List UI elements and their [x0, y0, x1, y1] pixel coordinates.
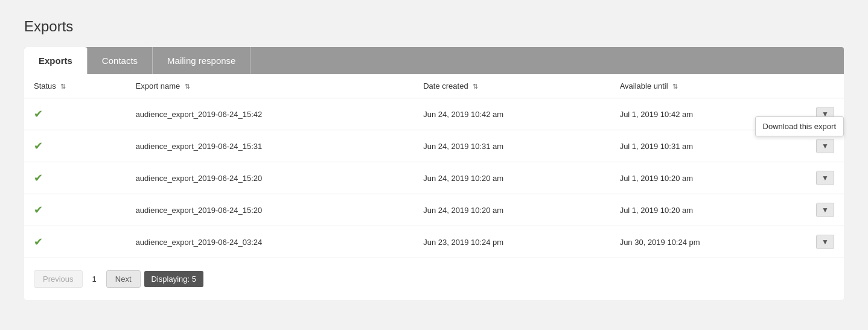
table-row: ✔audience_export_2019-06-24_15:42Jun 24,…	[24, 98, 844, 130]
exports-table: Status ⇅ Export name ⇅ Date created ⇅	[24, 74, 844, 258]
sort-export-name-icon: ⇅	[185, 83, 190, 90]
available-until-cell: Jun 30, 2019 10:24 pm	[610, 226, 806, 258]
action-cell: ▼Download this export	[806, 98, 844, 130]
export-name-cell: audience_export_2019-06-24_15:42	[126, 98, 414, 130]
status-cell: ✔	[24, 162, 126, 194]
col-status[interactable]: Status ⇅	[24, 74, 126, 98]
action-cell: ▼	[806, 194, 844, 226]
check-icon: ✔	[34, 171, 43, 185]
download-tooltip: Download this export	[755, 116, 844, 136]
sort-status-icon: ⇅	[60, 83, 66, 90]
check-icon: ✔	[34, 235, 43, 249]
download-dropdown-button[interactable]: ▼	[816, 235, 834, 249]
status-cell: ✔	[24, 226, 126, 258]
sort-date-created-icon: ⇅	[473, 83, 478, 90]
tab-mailing-response[interactable]: Mailing response	[153, 47, 251, 74]
date-created-cell: Jun 24, 2019 10:20 am	[413, 162, 610, 194]
tab-contacts[interactable]: Contacts	[88, 47, 153, 74]
page-number: 1	[86, 271, 103, 287]
main-card: Exports Contacts Mailing response Status…	[24, 47, 844, 300]
table-row: ✔audience_export_2019-06-24_15:20Jun 24,…	[24, 162, 844, 194]
col-actions	[806, 74, 844, 98]
sort-available-until-icon: ⇅	[672, 83, 678, 90]
export-name-cell: audience_export_2019-06-24_15:31	[126, 130, 414, 162]
status-cell: ✔	[24, 130, 126, 162]
export-name-cell: audience_export_2019-06-24_03:24	[126, 226, 414, 258]
page-wrapper: Exports Exports Contacts Mailing respons…	[0, 0, 868, 318]
col-available-until[interactable]: Available until ⇅	[610, 74, 806, 98]
displaying-info: Displaying: 5	[144, 271, 203, 287]
download-dropdown-button[interactable]: ▼	[816, 171, 834, 185]
table-row: ✔audience_export_2019-06-24_03:24Jun 23,…	[24, 226, 844, 258]
pagination: Previous 1 Next Displaying: 5	[24, 258, 844, 300]
check-icon: ✔	[34, 139, 43, 153]
date-created-cell: Jun 23, 2019 10:24 pm	[413, 226, 610, 258]
download-dropdown-button[interactable]: ▼	[816, 139, 834, 153]
page-title: Exports	[24, 18, 844, 35]
date-created-cell: Jun 24, 2019 10:42 am	[413, 98, 610, 130]
check-icon: ✔	[34, 107, 43, 121]
status-cell: ✔	[24, 194, 126, 226]
status-cell: ✔	[24, 98, 126, 130]
previous-button[interactable]: Previous	[34, 270, 83, 288]
action-cell: ▼	[806, 226, 844, 258]
export-name-cell: audience_export_2019-06-24_15:20	[126, 162, 414, 194]
tab-exports[interactable]: Exports	[24, 47, 88, 74]
table-container: Status ⇅ Export name ⇅ Date created ⇅	[24, 74, 844, 258]
col-date-created[interactable]: Date created ⇅	[413, 74, 610, 98]
next-button[interactable]: Next	[106, 270, 141, 288]
download-dropdown-button[interactable]: ▼	[816, 203, 834, 217]
available-until-cell: Jul 1, 2019 10:20 am	[610, 194, 806, 226]
tab-bar: Exports Contacts Mailing response	[24, 47, 844, 74]
table-row: ✔audience_export_2019-06-24_15:20Jun 24,…	[24, 194, 844, 226]
col-export-name[interactable]: Export name ⇅	[126, 74, 414, 98]
export-name-cell: audience_export_2019-06-24_15:20	[126, 194, 414, 226]
date-created-cell: Jun 24, 2019 10:31 am	[413, 130, 610, 162]
action-cell: ▼	[806, 162, 844, 194]
table-header-row: Status ⇅ Export name ⇅ Date created ⇅	[24, 74, 844, 98]
available-until-cell: Jul 1, 2019 10:20 am	[610, 162, 806, 194]
table-body: ✔audience_export_2019-06-24_15:42Jun 24,…	[24, 98, 844, 258]
table-row: ✔audience_export_2019-06-24_15:31Jun 24,…	[24, 130, 844, 162]
date-created-cell: Jun 24, 2019 10:20 am	[413, 194, 610, 226]
check-icon: ✔	[34, 203, 43, 217]
